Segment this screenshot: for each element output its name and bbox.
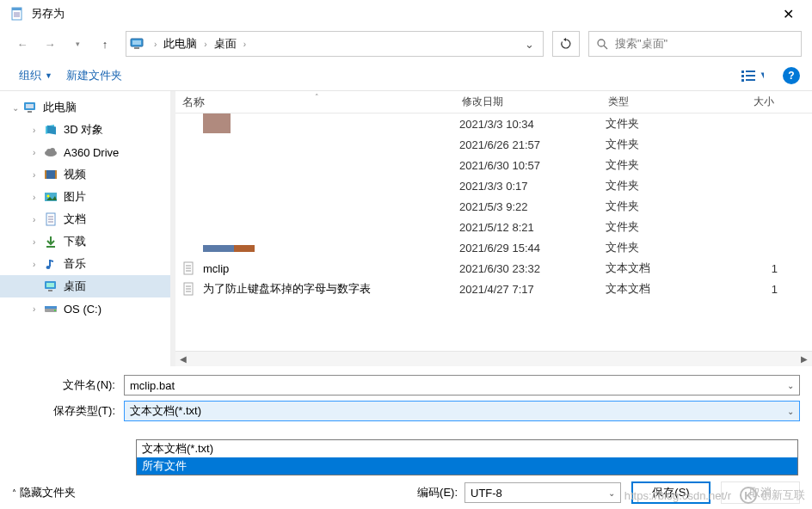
folder-icon (182, 157, 200, 173)
folder-icon (182, 199, 200, 214)
svg-rect-11 (741, 75, 744, 77)
svg-rect-38 (48, 290, 52, 291)
pic-icon (43, 190, 58, 204)
svg-rect-21 (47, 126, 56, 135)
forward-button[interactable]: → (38, 32, 62, 56)
folder-icon (182, 137, 200, 152)
file-row[interactable]: 2021/5/3 9:22文件夹 (175, 196, 812, 217)
file-list[interactable]: 2021/3/3 10:34文件夹2021/6/26 21:57文件夹2021/… (175, 113, 812, 351)
file-row[interactable]: 2021/3/3 10:34文件夹 (175, 113, 812, 134)
file-date: 2021/3/3 0:17 (459, 180, 606, 193)
sidebar-item-doc[interactable]: ›文档 (0, 208, 170, 230)
file-date: 2021/5/3 9:22 (459, 200, 606, 213)
svg-point-24 (50, 148, 55, 153)
organize-menu[interactable]: 组织▼ (12, 64, 59, 87)
file-row[interactable]: 2021/6/29 15:44文件夹 (175, 237, 812, 258)
chevron-icon[interactable]: › (33, 193, 43, 202)
file-type: 文本文档 (606, 261, 735, 276)
chevron-up-icon: ˄ (12, 488, 16, 498)
file-row[interactable]: 2021/3/3 0:17文件夹 (175, 175, 812, 196)
address-bar[interactable]: › 此电脑 › 桌面 › ⌄ (126, 31, 544, 57)
scroll-left-icon[interactable]: ◀ (175, 354, 191, 364)
folder-icon (182, 116, 200, 132)
hide-folders-toggle[interactable]: ˄ 隐藏文件夹 (12, 485, 76, 500)
sidebar-item-desktop[interactable]: 桌面 (0, 275, 170, 297)
file-row[interactable]: 2021/6/26 21:57文件夹 (175, 134, 812, 155)
svg-text:▼: ▼ (759, 69, 764, 82)
filetype-select[interactable]: 文本文档(*.txt) ⌄ (124, 401, 800, 421)
file-row[interactable]: 2021/5/12 8:21文件夹 (175, 217, 812, 237)
chevron-icon[interactable]: › (33, 170, 43, 180)
encoding-select[interactable]: UTF-8 ⌄ (464, 482, 621, 503)
sidebar-item-drive[interactable]: ›OS (C:) (0, 297, 170, 320)
file-date: 2021/6/30 10:57 (459, 159, 606, 172)
chevron-down-icon[interactable]: ⌄ (787, 381, 794, 390)
up-button[interactable]: ↑ (93, 32, 117, 56)
dropdown-option[interactable]: 所有文件 (137, 457, 797, 475)
folder-icon (182, 219, 200, 235)
file-type: 文件夹 (606, 116, 735, 132)
close-button[interactable]: ✕ (771, 0, 805, 28)
file-row[interactable]: 为了防止键盘坏掉的字母与数字表2021/4/27 7:17文本文档1 (175, 279, 812, 299)
new-folder-button[interactable]: 新建文件夹 (59, 64, 129, 87)
save-form: 文件名(N): mclip.bat ⌄ 保存类型(T): 文本文档(*.txt)… (0, 366, 812, 421)
chevron-icon[interactable]: › (33, 215, 43, 224)
video-icon (43, 168, 58, 181)
chevron-icon[interactable]: › (33, 304, 43, 314)
folder-icon (182, 240, 200, 255)
search-input[interactable]: 搜索"桌面" (588, 31, 802, 57)
svg-rect-18 (26, 104, 34, 108)
nav-bar: ← → ▾ ↑ › 此电脑 › 桌面 › ⌄ 搜索"桌面" (0, 28, 812, 60)
svg-point-41 (54, 310, 56, 311)
chevron-down-icon[interactable]: ⌄ (608, 488, 615, 498)
search-icon (596, 38, 608, 50)
col-date[interactable]: 修改日期 (455, 95, 601, 109)
sidebar-item-cloud[interactable]: ›A360 Drive (0, 141, 170, 163)
file-type: 文件夹 (606, 137, 735, 152)
down-icon (43, 235, 58, 248)
back-button[interactable]: ← (10, 32, 34, 56)
scroll-right-icon[interactable]: ▶ (797, 354, 812, 364)
col-name[interactable]: ˄名称 (175, 95, 455, 110)
text-file-icon (182, 281, 200, 297)
file-name (203, 113, 459, 136)
col-type[interactable]: 类型 (601, 95, 730, 109)
file-name: mclip (203, 262, 459, 275)
chevron-down-icon[interactable]: ⌄ (12, 103, 22, 113)
breadcrumb[interactable]: › 此电脑 › 桌面 › (151, 36, 519, 52)
view-menu-icon[interactable]: ▼ (741, 69, 764, 83)
folder-icon (182, 178, 200, 193)
cloud-icon (43, 145, 58, 159)
dropdown-option[interactable]: 文本文档(*.txt) (137, 440, 797, 457)
file-type: 文件夹 (606, 178, 735, 193)
svg-rect-12 (741, 79, 744, 82)
address-dropdown[interactable]: ⌄ (519, 38, 539, 51)
monitor-icon (130, 36, 145, 52)
tree-root-thispc[interactable]: ⌄ 此电脑 (0, 96, 170, 119)
refresh-button[interactable] (552, 31, 580, 57)
breadcrumb-item[interactable]: 此电脑 (160, 36, 200, 52)
chevron-icon[interactable]: › (33, 126, 43, 135)
file-date: 2021/6/30 23:32 (459, 262, 606, 275)
sidebar-item-video[interactable]: ›视频 (0, 163, 170, 186)
breadcrumb-item[interactable]: 桌面 (211, 36, 240, 52)
window-title: 另存为 (31, 6, 771, 21)
file-type: 文件夹 (606, 157, 735, 173)
filename-input[interactable]: mclip.bat ⌄ (124, 375, 800, 396)
help-icon[interactable]: ? (783, 67, 800, 84)
sidebar-item-down[interactable]: ›下载 (0, 230, 170, 253)
chevron-icon[interactable]: › (33, 237, 43, 247)
chevron-icon[interactable]: › (33, 148, 43, 157)
col-size[interactable]: 大小 (730, 95, 782, 109)
sidebar-item-3d[interactable]: ›3D 对象 (0, 119, 170, 141)
chevron-down-icon[interactable]: ⌄ (787, 407, 794, 416)
filetype-dropdown[interactable]: 文本文档(*.txt) 所有文件 (136, 439, 798, 475)
horizontal-scrollbar[interactable]: ◀ ▶ (175, 351, 812, 366)
sidebar-item-music[interactable]: ›音乐 (0, 253, 170, 275)
chevron-icon[interactable]: › (33, 260, 43, 269)
file-row[interactable]: mclip2021/6/30 23:32文本文档1 (175, 258, 812, 279)
file-row[interactable]: 2021/6/30 10:57文件夹 (175, 155, 812, 175)
history-caret[interactable]: ▾ (65, 32, 89, 56)
sidebar-item-pic[interactable]: ›图片 (0, 186, 170, 208)
file-date: 2021/3/3 10:34 (459, 118, 606, 131)
